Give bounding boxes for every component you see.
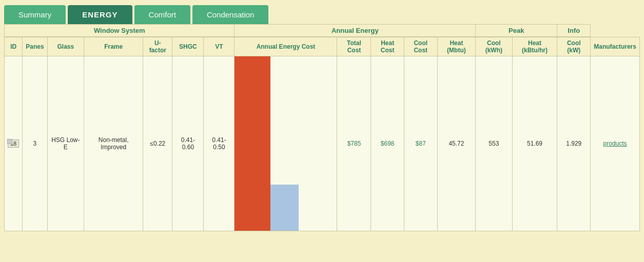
cell-glass: HSG Low-E	[47, 56, 84, 231]
cell-heat-mbtu: 45.72	[437, 56, 475, 231]
col-manufacturers: Manufacturers	[591, 37, 640, 56]
cell-cool-kwh: 553	[476, 56, 513, 231]
col-frame: Frame	[84, 37, 143, 56]
col-u-factor: U-factor	[143, 37, 172, 56]
cell-id: 18	[5, 56, 23, 231]
tab-condensation[interactable]: Condensation	[192, 5, 269, 24]
tab-comfort[interactable]: Comfort	[134, 5, 190, 24]
tab-summary[interactable]: Summary	[4, 5, 66, 24]
col-cool-kw: Cool (kW)	[557, 37, 591, 56]
window-system-header: Window System	[5, 25, 235, 37]
section-header-row: Window System Annual Energy Peak Info	[5, 25, 640, 37]
cell-heat-cost: $698	[371, 56, 404, 231]
tab-bar: Summary ENERGY Comfort Condensation	[0, 0, 644, 24]
tab-energy[interactable]: ENERGY	[68, 5, 132, 24]
cell-bar-chart	[235, 56, 337, 231]
main-table-wrapper: Window System Annual Energy Peak Info ID…	[0, 24, 644, 231]
col-vt: VT	[204, 37, 235, 56]
cell-cool-kw: 1.929	[557, 56, 591, 231]
peak-header: Peak	[476, 25, 557, 37]
table-row: 18 3 HSG Low-E Non-metal, Improved ≤0.22…	[5, 56, 640, 231]
cell-shgc: 0.41-0.60	[172, 56, 204, 231]
col-total-cost: Total Cost	[337, 37, 371, 56]
col-shgc: SHGC	[172, 37, 204, 56]
id-badge: 18	[8, 139, 19, 148]
cell-heat-kbtu: 51.69	[512, 56, 557, 231]
cell-frame: Non-metal, Improved	[84, 56, 143, 231]
col-cool-kwh: Cool (kWh)	[476, 37, 513, 56]
cell-u-factor: ≤0.22	[143, 56, 172, 231]
col-annual-energy-cost: Annual Energy Cost	[235, 37, 337, 56]
col-cool-cost: Cool Cost	[404, 37, 437, 56]
bar-heat	[235, 56, 270, 231]
col-header-row: ID Panes Glass Frame U-factor SHGC VT An…	[5, 37, 640, 56]
cell-cool-cost: $87	[404, 56, 437, 231]
cell-total-cost: $785	[337, 56, 371, 231]
cell-vt: 0.41-0.50	[204, 56, 235, 231]
products-link[interactable]: products	[603, 140, 627, 147]
bar-chart	[235, 56, 337, 231]
annual-energy-header: Annual Energy	[235, 25, 476, 37]
col-id: ID	[5, 37, 23, 56]
cell-panes: 3	[23, 56, 47, 231]
col-heat-mbtu: Heat (Mbtu)	[437, 37, 475, 56]
col-panes: Panes	[23, 37, 47, 56]
info-header: Info	[557, 25, 591, 37]
col-heat-kbtu: Heat (kBtu/hr)	[512, 37, 557, 56]
energy-table: Window System Annual Energy Peak Info ID…	[4, 24, 640, 231]
col-glass: Glass	[47, 37, 84, 56]
bar-cool	[270, 185, 299, 231]
cell-manufacturers[interactable]: products	[591, 56, 640, 231]
col-heat-cost: Heat Cost	[371, 37, 404, 56]
